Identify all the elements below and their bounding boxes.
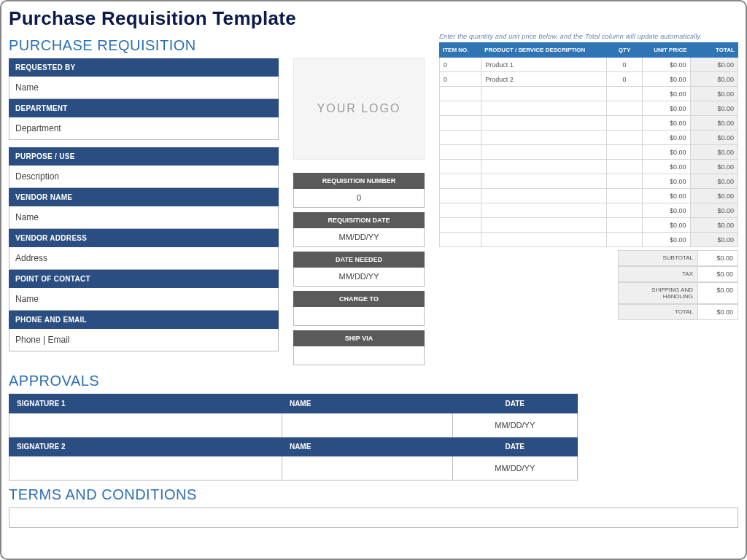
ship-via-field[interactable] xyxy=(293,346,425,365)
sig2-field[interactable] xyxy=(9,456,282,481)
unit-cell[interactable]: $0.00 xyxy=(643,233,690,247)
total-cell: $0.00 xyxy=(690,174,738,189)
table-row: $0.00$0.00 xyxy=(440,218,738,233)
qty-cell[interactable]: 0 xyxy=(607,58,643,72)
name2-field[interactable] xyxy=(282,456,452,481)
unit-cell[interactable]: $0.00 xyxy=(643,189,690,203)
desc-cell[interactable] xyxy=(481,203,607,218)
unit-cell[interactable]: $0.00 xyxy=(643,87,690,101)
unit-cell[interactable]: $0.00 xyxy=(643,218,690,233)
table-row: $0.00$0.00 xyxy=(440,101,738,116)
subtotal-value: $0.00 xyxy=(698,250,738,266)
unit-cell[interactable]: $0.00 xyxy=(643,145,690,160)
item-no-cell[interactable] xyxy=(440,174,481,189)
logo-placeholder[interactable]: YOUR LOGO xyxy=(293,58,425,160)
item-no-cell[interactable]: 0 xyxy=(440,58,481,72)
item-no-cell[interactable] xyxy=(440,233,481,247)
date2-field[interactable]: MM/DD/YY xyxy=(452,456,577,481)
total-cell: $0.00 xyxy=(690,101,738,116)
desc-cell[interactable] xyxy=(481,131,607,145)
unit-cell[interactable]: $0.00 xyxy=(643,131,690,145)
total-cell: $0.00 xyxy=(690,160,738,174)
phone-email-label: PHONE AND EMAIL xyxy=(9,311,279,329)
desc-cell[interactable] xyxy=(481,116,607,131)
desc-cell[interactable]: Product 2 xyxy=(481,72,607,87)
qty-cell[interactable]: 0 xyxy=(607,72,643,87)
unit-cell[interactable]: $0.00 xyxy=(643,160,690,174)
right-column: Enter the quantity and unit price below,… xyxy=(439,33,738,320)
page: Purchase Requisition Template PURCHASE R… xyxy=(0,0,747,560)
item-no-cell[interactable] xyxy=(440,116,481,131)
unit-cell[interactable]: $0.00 xyxy=(643,72,690,87)
item-no-cell[interactable] xyxy=(440,145,481,160)
items-table: ITEM NO. PRODUCT / SERVICE DESCRIPTION Q… xyxy=(439,42,738,247)
req-number-field[interactable]: 0 xyxy=(293,189,425,208)
desc-cell[interactable] xyxy=(481,218,607,233)
top-row: PURCHASE REQUISITION REQUESTED BY Name D… xyxy=(9,33,738,365)
unit-cell[interactable]: $0.00 xyxy=(643,58,690,72)
table-row: $0.00$0.00 xyxy=(440,160,738,174)
terms-field[interactable] xyxy=(9,508,738,528)
item-no-cell[interactable] xyxy=(440,218,481,233)
charge-to-label: CHARGE TO xyxy=(293,291,425,307)
desc-cell[interactable] xyxy=(481,233,607,247)
date1-label: DATE xyxy=(452,394,577,413)
qty-cell[interactable] xyxy=(607,233,643,247)
item-no-cell[interactable] xyxy=(440,203,481,218)
charge-to-field[interactable] xyxy=(293,307,425,326)
main-heading: PURCHASE REQUISITION xyxy=(9,37,279,54)
unit-cell[interactable]: $0.00 xyxy=(643,203,690,218)
totals: SUBTOTAL$0.00 TAX$0.00 SHIPPING AND HAND… xyxy=(439,250,738,320)
desc-cell[interactable] xyxy=(481,174,607,189)
sig2-label: SIGNATURE 2 xyxy=(9,438,282,456)
item-no-cell[interactable] xyxy=(440,189,481,203)
total-cell: $0.00 xyxy=(690,145,738,160)
total-cell: $0.00 xyxy=(690,58,738,72)
item-no-cell[interactable] xyxy=(440,160,481,174)
item-no-cell[interactable] xyxy=(440,131,481,145)
total-value: $0.00 xyxy=(698,304,738,320)
tax-label: TAX xyxy=(618,266,698,282)
date-needed-field[interactable]: MM/DD/YY xyxy=(293,268,425,287)
vendor-address-field[interactable]: Address xyxy=(9,247,279,270)
item-no-cell[interactable]: 0 xyxy=(440,72,481,87)
name1-field[interactable] xyxy=(282,413,452,438)
vendor-name-field[interactable]: Name xyxy=(9,206,279,229)
desc-cell[interactable] xyxy=(481,87,607,101)
desc-cell[interactable] xyxy=(481,101,607,116)
terms-section: TERMS AND CONDITIONS xyxy=(9,486,738,528)
date1-field[interactable]: MM/DD/YY xyxy=(452,413,577,438)
item-no-cell[interactable] xyxy=(440,87,481,101)
poc-field[interactable]: Name xyxy=(9,288,279,311)
qty-cell[interactable] xyxy=(607,203,643,218)
qty-cell[interactable] xyxy=(607,87,643,101)
approvals-heading: APPROVALS xyxy=(9,373,578,389)
unit-cell[interactable]: $0.00 xyxy=(643,116,690,131)
qty-cell[interactable] xyxy=(607,101,643,116)
qty-cell[interactable] xyxy=(607,116,643,131)
qty-cell[interactable] xyxy=(607,189,643,203)
sig1-field[interactable] xyxy=(9,413,282,438)
req-date-field[interactable]: MM/DD/YY xyxy=(293,228,425,247)
qty-cell[interactable] xyxy=(607,160,643,174)
department-field[interactable]: Department xyxy=(9,117,279,140)
purpose-field[interactable]: Description xyxy=(9,166,279,188)
desc-cell[interactable] xyxy=(481,189,607,203)
desc-cell[interactable] xyxy=(481,145,607,160)
phone-email-field[interactable]: Phone | Email xyxy=(9,329,279,351)
desc-cell[interactable]: Product 1 xyxy=(481,58,607,72)
qty-cell[interactable] xyxy=(607,174,643,189)
sig1-label: SIGNATURE 1 xyxy=(9,394,282,413)
tax-value[interactable]: $0.00 xyxy=(698,266,738,282)
qty-cell[interactable] xyxy=(607,145,643,160)
requested-by-field[interactable]: Name xyxy=(9,77,279,99)
total-cell: $0.00 xyxy=(690,233,738,247)
item-no-cell[interactable] xyxy=(440,101,481,116)
total-cell: $0.00 xyxy=(690,218,738,233)
ship-value[interactable]: $0.00 xyxy=(698,282,738,304)
unit-cell[interactable]: $0.00 xyxy=(643,174,690,189)
desc-cell[interactable] xyxy=(481,160,607,174)
qty-cell[interactable] xyxy=(607,131,643,145)
unit-cell[interactable]: $0.00 xyxy=(643,101,690,116)
qty-cell[interactable] xyxy=(607,218,643,233)
